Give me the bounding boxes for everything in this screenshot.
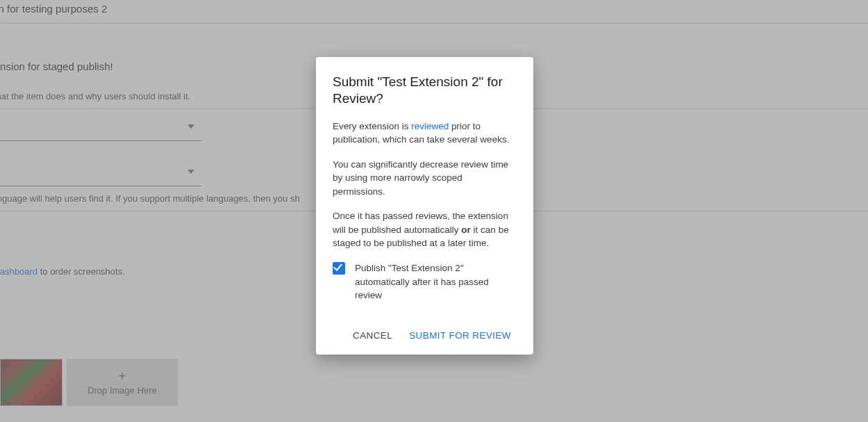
text: Every extension is [333, 121, 411, 131]
reviewed-link[interactable]: reviewed [411, 121, 449, 131]
dialog-actions: CANCEL SUBMIT FOR REVIEW [333, 325, 517, 346]
checkbox-checked-icon[interactable] [333, 262, 345, 275]
dialog-paragraph-3: Once it has passed reviews, the extensio… [333, 209, 517, 250]
auto-publish-option[interactable]: Publish "Test Extension 2" automatically… [333, 261, 517, 302]
cancel-button[interactable]: CANCEL [347, 325, 398, 346]
dialog-title: Submit "Test Extension 2" for Review? [333, 74, 517, 107]
submit-review-dialog: Submit "Test Extension 2" for Review? Ev… [316, 57, 533, 355]
text-bold: or [461, 225, 471, 235]
auto-publish-label: Publish "Test Extension 2" automatically… [355, 261, 517, 302]
submit-for-review-button[interactable]: SUBMIT FOR REVIEW [403, 325, 517, 346]
dialog-paragraph-1: Every extension is reviewed prior to pub… [333, 120, 517, 147]
dialog-paragraph-2: You can significantly decrease review ti… [333, 158, 517, 199]
